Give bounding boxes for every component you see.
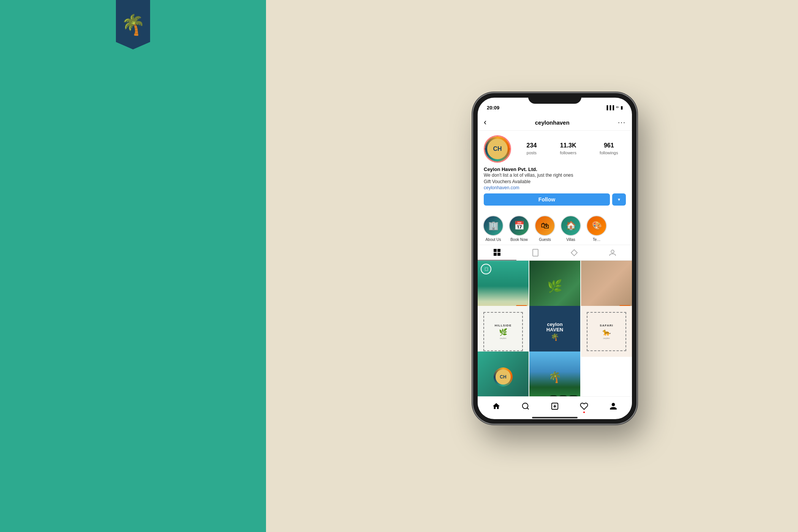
profile-top: CH 234 posts 1	[484, 135, 626, 163]
profile-name: Ceylon Haven Pvt. Ltd.	[484, 166, 626, 172]
ceylon-title: ceylon	[547, 322, 562, 327]
highlight-label-book-now: Book Now	[510, 238, 528, 242]
haven-title: HAVEN	[546, 327, 564, 332]
heart-icon: ❤	[551, 396, 554, 396]
highlight-circle-villas: 🏠	[560, 215, 581, 236]
stamp-title-safari: SAFARI	[600, 324, 613, 327]
grid-item-7-avatar-post[interactable]: CH	[478, 352, 529, 396]
people-icon: 👥	[570, 396, 574, 396]
likes-count: 9	[564, 396, 565, 396]
grid-item-5-ceylon-haven[interactable]: ceylon HAVEN 🌴	[529, 306, 580, 357]
home-indicator	[532, 417, 578, 418]
svg-marker-5	[571, 250, 577, 256]
activity-notification-dot	[583, 412, 585, 413]
content-tabs	[478, 245, 632, 261]
follow-actions: Follow ▾	[484, 193, 626, 206]
nav-add-button[interactable]	[546, 398, 563, 415]
ceylon-logo-emoji: 🌴	[551, 333, 559, 341]
posts-stat: 234 posts	[527, 142, 537, 156]
bio-link[interactable]: ceylonhaven.com	[484, 185, 626, 190]
following-stat[interactable]: 961 followings	[600, 142, 618, 156]
highlight-guests[interactable]: 🛍 Guests	[535, 215, 555, 242]
avatar-initials: CH	[493, 146, 502, 152]
highlight-circle-guests: 🛍	[535, 215, 555, 236]
profile-bio: Ceylon Haven Pvt. Ltd. We don't list a l…	[484, 166, 626, 190]
svg-point-6	[611, 250, 614, 253]
grid-item-2[interactable]: 🌿	[529, 261, 580, 312]
left-panel: 🌴	[0, 0, 266, 532]
profile-username: ceylonhaven	[535, 119, 570, 126]
status-icons: ▐▐▐ ⌔ ▮	[605, 105, 623, 110]
bio-line-1: We don't list a lot of villas, just the …	[484, 172, 626, 179]
wifi-icon: ⌔	[616, 105, 619, 110]
like-icon: ♡	[560, 396, 563, 396]
highlight-label-guests: Guests	[539, 238, 551, 242]
profile-stats: 234 posts 11.3K followers 961 followings	[519, 142, 626, 156]
story-highlights: 🏢 About Us 📅 Book Now 🛍	[478, 212, 632, 245]
phone-body: 20:09 ▐▐▐ ⌔ ▮ ‹ ceylonhaven ···	[473, 93, 636, 424]
grid-item-6-safari[interactable]: SAFARI 🐆 ceylon	[581, 306, 632, 357]
highlight-villas[interactable]: 🏠 Villas	[560, 215, 581, 242]
follow-dropdown-button[interactable]: ▾	[612, 193, 626, 206]
tab-portrait[interactable]	[516, 245, 555, 260]
reaction-badges: ❤ 5 ♡ 9 👥 7	[549, 395, 578, 396]
forest-emoji: 🌿	[547, 279, 562, 293]
hillside-emoji: 🌿	[499, 328, 507, 336]
highlight-label-te: Te…	[593, 238, 601, 242]
tab-grid[interactable]	[478, 245, 516, 260]
profile-header: ‹ ceylonhaven ···	[478, 114, 632, 131]
followers-label: followers	[560, 150, 576, 155]
follow-button[interactable]: Follow	[484, 193, 610, 206]
svg-line-8	[527, 408, 529, 409]
grid-item-1[interactable]: ⬚ 96,600	[478, 261, 529, 312]
nav-profile-button[interactable]	[605, 398, 622, 415]
highlight-icon-guests: 🛍	[541, 221, 549, 231]
palms-emoji: 🌴	[548, 371, 562, 383]
hearts-badge: ❤ 5	[549, 395, 557, 396]
photo-grid: ⬚ 96,600 🌿	[478, 261, 632, 396]
following-label: followings	[600, 150, 618, 155]
nav-home-button[interactable]	[488, 398, 505, 415]
highlight-icon-about-us: 🏢	[488, 221, 499, 231]
phone-screen: 20:09 ▐▐▐ ⌔ ▮ ‹ ceylonhaven ···	[478, 98, 632, 419]
grid-item-8-palms[interactable]: 🌴 ❤ 5 ♡ 9	[529, 352, 580, 396]
svg-point-7	[522, 403, 528, 408]
highlight-circle-book-now: 📅	[509, 215, 529, 236]
highlight-icon-villas: 🏠	[566, 221, 576, 231]
grid-item-4-hillside[interactable]: HILLSIDE 🌿 ceylon	[478, 306, 529, 357]
people-badge: 👥 7	[569, 395, 578, 396]
more-options-button[interactable]: ···	[618, 119, 626, 127]
followers-stat[interactable]: 11.3K followers	[560, 142, 576, 156]
avatar[interactable]: CH	[484, 135, 511, 163]
battery-icon: ▮	[621, 105, 623, 110]
safari-emoji: 🐆	[602, 328, 611, 336]
likes-badge: ♡ 9	[559, 395, 567, 396]
palm-tree-icon: 🌴	[121, 15, 146, 35]
bottom-navigation	[478, 396, 632, 415]
signal-icon: ▐▐▐	[605, 105, 614, 110]
nav-activity-button[interactable]	[576, 398, 592, 415]
stamp-title-hillside: HILLSIDE	[495, 324, 511, 327]
status-time: 20:09	[487, 105, 499, 111]
highlight-circle-te: 🎨	[586, 215, 607, 236]
hillside-brand: ceylon	[500, 337, 506, 339]
right-panel: 20:09 ▐▐▐ ⌔ ▮ ‹ ceylonhaven ···	[266, 0, 798, 532]
following-count: 961	[600, 142, 618, 149]
highlight-circle-about-us: 🏢	[483, 215, 504, 236]
posts-count: 234	[527, 142, 537, 149]
highlight-icon-book-now: 📅	[514, 221, 524, 231]
brand-logo: 🌴	[116, 0, 150, 49]
posts-label: posts	[527, 150, 537, 155]
tab-reels[interactable]	[555, 245, 594, 260]
highlight-te[interactable]: 🎨 Te…	[586, 215, 607, 242]
grid-item-3[interactable]: 77,000	[581, 261, 632, 312]
instagram-content: ‹ ceylonhaven ··· CH	[478, 114, 632, 419]
phone-notch	[528, 93, 581, 104]
tab-tagged[interactable]	[594, 245, 632, 260]
svg-rect-4	[533, 249, 538, 256]
svg-rect-2	[494, 253, 497, 256]
highlight-book-now[interactable]: 📅 Book Now	[509, 215, 529, 242]
back-button[interactable]: ‹	[484, 117, 486, 127]
nav-search-button[interactable]	[517, 398, 534, 415]
highlight-about-us[interactable]: 🏢 About Us	[483, 215, 504, 242]
